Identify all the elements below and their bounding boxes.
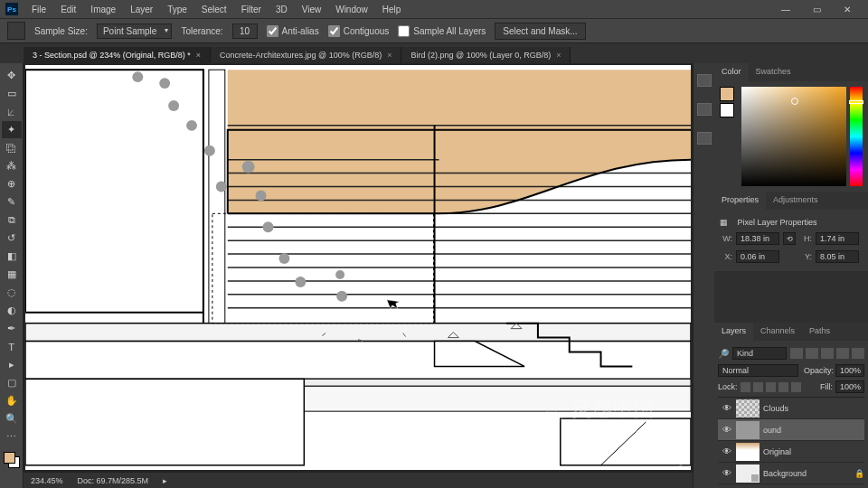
visibility-icon[interactable]: 👁 — [718, 468, 736, 478]
blend-mode-select[interactable]: Normal — [718, 364, 798, 377]
paths-tab[interactable]: Paths — [802, 323, 837, 341]
tool-preset-icon[interactable] — [7, 22, 25, 40]
magic-wand-tool[interactable]: ✦ — [2, 121, 22, 138]
dodge-tool[interactable]: ◐ — [2, 302, 22, 319]
layer-thumb[interactable] — [736, 443, 760, 461]
layer-item[interactable]: 👁ound — [718, 419, 864, 441]
status-arrow-icon[interactable]: ▸ — [163, 476, 167, 485]
eraser-tool[interactable]: ◧ — [2, 248, 22, 265]
lock-transparent-icon[interactable] — [741, 382, 750, 392]
edit-toolbar-icon[interactable]: ⋯ — [2, 428, 22, 446]
filter-type-icon[interactable] — [821, 348, 834, 359]
sample-all-checkbox[interactable]: Sample All Layers — [398, 25, 486, 37]
pen-tool[interactable]: ✒ — [2, 320, 22, 337]
menu-image[interactable]: Image — [84, 2, 122, 17]
select-and-mask-button[interactable]: Select and Mask... — [495, 23, 585, 40]
filter-pixel-icon[interactable] — [790, 348, 803, 359]
color-picker-field[interactable] — [741, 87, 846, 186]
visibility-icon[interactable]: 👁 — [718, 425, 736, 435]
color-swatch[interactable] — [4, 452, 20, 468]
doc-tab-2[interactable]: Bird (2).png @ 100% (Layer 0, RGB/8)× — [401, 47, 571, 63]
filter-smart-icon[interactable] — [852, 348, 864, 359]
kind-filter-icon[interactable]: 🔎 — [718, 349, 729, 359]
foreground-swatch[interactable] — [4, 452, 15, 464]
stamp-tool[interactable]: ⧉ — [2, 211, 22, 229]
swatches-tab[interactable]: Swatches — [749, 63, 798, 81]
menu-layer[interactable]: Layer — [124, 2, 159, 17]
history-dock-icon[interactable] — [697, 74, 712, 87]
menu-filter[interactable]: Filter — [235, 2, 268, 17]
tab-close-icon[interactable]: × — [556, 51, 561, 60]
close-icon[interactable]: ✕ — [835, 2, 859, 16]
layer-item[interactable]: 👁Clouds — [718, 398, 864, 419]
filter-adjust-icon[interactable] — [806, 348, 818, 359]
type-tool[interactable]: T — [2, 338, 22, 355]
lock-position-icon[interactable] — [766, 382, 776, 392]
menu-3d[interactable]: 3D — [269, 2, 294, 17]
maximize-icon[interactable]: ▭ — [805, 2, 828, 16]
menu-view[interactable]: View — [296, 2, 328, 17]
menu-select[interactable]: Select — [195, 2, 233, 17]
lasso-tool[interactable]: ⟀ — [2, 103, 22, 120]
doc-size[interactable]: Doc: 69.7M/285.5M — [78, 476, 149, 485]
hue-slider[interactable] — [850, 87, 863, 186]
layers-tab[interactable]: Layers — [714, 323, 753, 341]
fill-input[interactable]: 100% — [835, 380, 864, 393]
tab-close-icon[interactable]: × — [387, 51, 392, 60]
hand-tool[interactable]: ✋ — [2, 392, 22, 409]
adjustments-tab[interactable]: Adjustments — [766, 192, 826, 210]
lock-all-icon[interactable] — [791, 382, 801, 392]
color-tab[interactable]: Color — [714, 63, 749, 81]
visibility-icon[interactable]: 👁 — [718, 446, 736, 456]
history-brush-tool[interactable]: ↺ — [2, 230, 22, 247]
color-foreground-swatch[interactable] — [720, 87, 734, 101]
link-wh-icon[interactable]: ⟲ — [783, 232, 796, 245]
healing-tool[interactable]: ⊕ — [2, 175, 22, 192]
properties-tab[interactable]: Properties — [714, 192, 766, 210]
lock-pixels-icon[interactable] — [753, 382, 763, 392]
zoom-level[interactable]: 234.45% — [31, 476, 63, 485]
y-input[interactable]: 8.05 in — [816, 250, 859, 263]
sample-size-select[interactable]: Point Sample — [97, 23, 172, 39]
filter-shape-icon[interactable] — [836, 348, 849, 359]
gradient-tool[interactable]: ▦ — [2, 266, 22, 283]
layer-thumb[interactable] — [736, 421, 760, 439]
marquee-tool[interactable]: ▭ — [2, 85, 22, 102]
visibility-icon[interactable]: 👁 — [718, 403, 736, 413]
move-tool[interactable]: ✥ — [2, 67, 22, 84]
crop-tool[interactable]: ⿻ — [2, 139, 22, 156]
layer-item[interactable]: 👁Background🔒 — [718, 463, 864, 484]
brushes-dock-icon[interactable] — [697, 103, 712, 116]
menu-help[interactable]: Help — [376, 2, 408, 17]
menu-file[interactable]: File — [25, 2, 52, 17]
shape-tool[interactable]: ▢ — [2, 374, 22, 391]
color-background-swatch[interactable] — [720, 103, 734, 117]
doc-tab-0[interactable]: 3 - Section.psd @ 234% (Original, RGB/8)… — [24, 47, 211, 63]
minimize-icon[interactable]: — — [774, 2, 797, 16]
blur-tool[interactable]: ◌ — [2, 284, 22, 301]
menu-window[interactable]: Window — [329, 2, 374, 17]
tab-close-icon[interactable]: × — [196, 51, 201, 60]
actions-dock-icon[interactable] — [697, 132, 712, 145]
kind-select[interactable]: Kind — [732, 347, 787, 360]
path-select-tool[interactable]: ▸ — [2, 356, 22, 373]
x-input[interactable]: 0.06 in — [736, 250, 779, 263]
tolerance-input[interactable]: 10 — [232, 23, 258, 39]
layer-thumb[interactable] — [736, 465, 760, 483]
contiguous-checkbox[interactable]: Contiguous — [328, 25, 390, 37]
menu-edit[interactable]: Edit — [54, 2, 82, 17]
brush-tool[interactable]: ✎ — [2, 193, 22, 211]
height-input[interactable]: 1.74 in — [816, 232, 859, 245]
document-canvas[interactable]: ◈ 灵感中国lingganchina.com ûdemy — [25, 65, 691, 470]
layer-item[interactable]: 👁Original — [718, 441, 864, 463]
channels-tab[interactable]: Channels — [753, 323, 802, 341]
opacity-input[interactable]: 100% — [835, 364, 864, 377]
eyedropper-tool[interactable]: ⁂ — [2, 157, 22, 174]
width-input[interactable]: 18.38 in — [736, 232, 779, 245]
menu-type[interactable]: Type — [161, 2, 193, 17]
anti-alias-checkbox[interactable]: Anti-alias — [267, 25, 319, 37]
zoom-tool[interactable]: 🔍 — [2, 410, 22, 427]
layer-thumb[interactable] — [736, 399, 760, 418]
doc-tab-1[interactable]: Concrete-Architextures.jpg @ 100% (RGB/8… — [211, 47, 401, 63]
lock-artboard-icon[interactable] — [778, 382, 788, 392]
